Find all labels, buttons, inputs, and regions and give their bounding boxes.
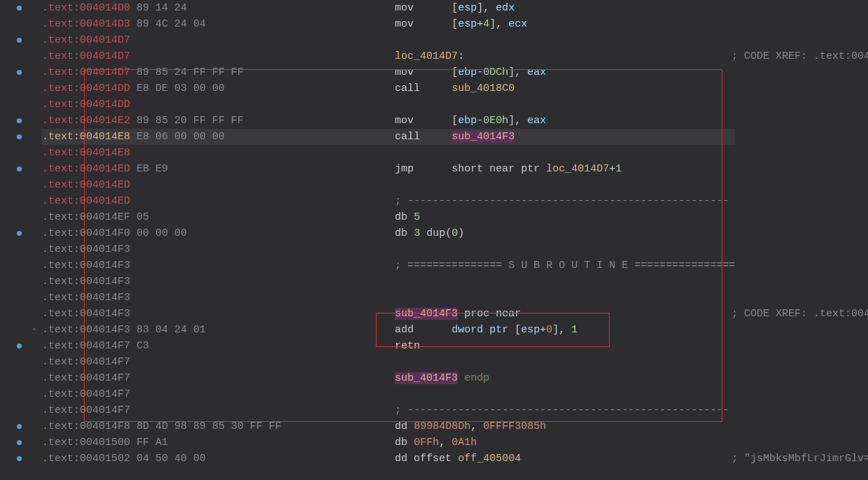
address: .text:00401502 xyxy=(42,453,130,465)
asm-line[interactable]: .text:004014F7 xyxy=(42,386,735,402)
hex-bytes: 89 85 20 FF FF FF xyxy=(130,115,307,127)
gutter: ˅ xyxy=(0,0,38,480)
asm-line[interactable]: .text:004014F3 83 04 24 01 add dword ptr… xyxy=(42,322,735,338)
address: .text:004014D7 xyxy=(42,50,130,62)
address: .text:004014DD xyxy=(42,99,130,111)
breakpoint-dot[interactable] xyxy=(17,424,22,429)
address: .text:004014F3 xyxy=(42,243,130,255)
hex-bytes xyxy=(130,99,307,111)
asm-line[interactable]: .text:004014F3 xyxy=(42,274,735,290)
breakpoint-dot[interactable] xyxy=(17,38,22,43)
asm-line[interactable]: .text:004014F3 sub_4014F3 proc near xyxy=(42,306,735,322)
asm-line[interactable]: .text:00401500 FF A1 db 0FFh, 0A1h xyxy=(42,435,735,451)
asm-line[interactable]: .text:004014D7 89 85 24 FF FF FF mov [eb… xyxy=(42,64,735,80)
asm-line[interactable]: .text:004014F3 ; =============== S U B R… xyxy=(42,257,735,274)
asm-line[interactable]: .text:004014F3 xyxy=(42,290,735,306)
asm-line[interactable]: .text:004014F0 00 00 00 db 3 dup(0) xyxy=(42,225,735,241)
asm-line[interactable]: .text:004014F7 xyxy=(42,354,735,370)
address: .text:004014ED xyxy=(42,163,130,175)
hex-bytes xyxy=(130,372,307,384)
hex-bytes: C3 xyxy=(130,340,307,352)
address: .text:004014F8 xyxy=(42,421,130,432)
address: .text:004014F7 xyxy=(42,356,130,368)
address: .text:004014D7 xyxy=(42,66,130,78)
address: .text:004014F3 xyxy=(42,260,130,271)
hex-bytes: 8D 4D 98 89 85 30 FF FF xyxy=(130,421,307,432)
address: .text:004014F0 xyxy=(42,227,130,239)
hex-bytes xyxy=(130,50,307,62)
address: .text:004014E2 xyxy=(42,115,130,127)
address: .text:004014F7 xyxy=(42,372,130,384)
hex-bytes xyxy=(130,260,307,271)
asm-line[interactable]: .text:004014D7 xyxy=(42,32,735,48)
hex-bytes: 83 04 24 01 xyxy=(130,324,307,336)
breakpoint-dot[interactable] xyxy=(17,134,22,139)
hex-bytes: 04 50 40 00 xyxy=(130,453,307,465)
disassembly-listing: .text:004014D0 89 14 24 mov [esp], edx.t… xyxy=(42,0,735,467)
address: .text:004014F3 xyxy=(42,276,130,288)
address: .text:004014ED xyxy=(42,195,130,207)
asm-line[interactable]: .text:004014D0 89 14 24 mov [esp], edx xyxy=(42,0,735,16)
breakpoint-dot[interactable] xyxy=(17,167,22,171)
address: .text:004014F3 xyxy=(42,308,130,320)
chevron-down-icon: ˅ xyxy=(32,325,36,341)
hex-bytes: 89 85 24 FF FF FF xyxy=(130,66,307,78)
asm-line[interactable]: .text:004014ED EB E9 jmp short near ptr … xyxy=(42,161,735,177)
asm-line[interactable]: .text:004014F7 ; -----------------------… xyxy=(42,402,735,418)
xref-comment: ; CODE XREF: .text:0040 xyxy=(732,306,868,322)
asm-line[interactable]: .text:004014EF 05 db 5 xyxy=(42,209,735,225)
asm-line[interactable]: .text:004014ED xyxy=(42,177,735,193)
asm-line[interactable]: .text:004014E8 E8 06 00 00 00 call sub_4… xyxy=(42,129,735,145)
asm-line[interactable]: .text:00401502 04 50 40 00 dd offset off… xyxy=(42,451,735,467)
address: .text:004014ED xyxy=(42,179,130,191)
address: .text:004014F3 xyxy=(42,292,130,304)
address: .text:004014EF xyxy=(42,211,130,223)
hex-bytes xyxy=(130,276,307,288)
asm-line[interactable]: .text:004014DD xyxy=(42,97,735,113)
asm-line[interactable]: .text:004014E8 xyxy=(42,145,735,161)
breakpoint-dot[interactable] xyxy=(17,6,22,10)
hex-bytes xyxy=(130,388,307,400)
breakpoint-dot[interactable] xyxy=(17,344,22,348)
hex-bytes xyxy=(130,292,307,304)
hex-bytes xyxy=(130,179,307,191)
asm-line[interactable]: .text:004014F3 xyxy=(42,241,735,257)
breakpoint-dot[interactable] xyxy=(17,231,22,236)
asm-line[interactable]: .text:004014F7 sub_4014F3 endp xyxy=(42,370,735,386)
hex-bytes xyxy=(130,195,307,207)
asm-line[interactable]: .text:004014ED ; -----------------------… xyxy=(42,193,735,209)
hex-bytes: E8 DE 03 00 00 xyxy=(130,83,307,94)
hex-bytes xyxy=(130,147,307,159)
address: .text:004014F3 xyxy=(42,324,130,336)
hex-bytes: E8 06 00 00 00 xyxy=(130,131,307,143)
xref-comment: ; CODE XREF: .text:0040 xyxy=(732,48,868,64)
breakpoint-dot[interactable] xyxy=(17,456,22,461)
address: .text:004014F7 xyxy=(42,340,130,352)
hex-bytes: 00 00 00 xyxy=(130,227,307,239)
address: .text:00401500 xyxy=(42,437,130,449)
hex-bytes xyxy=(130,404,307,416)
hex-bytes: FF A1 xyxy=(130,437,307,449)
asm-line[interactable]: .text:004014F8 8D 4D 98 89 85 30 FF FF d… xyxy=(42,418,735,435)
asm-line[interactable]: .text:004014E2 89 85 20 FF FF FF mov [eb… xyxy=(42,113,735,129)
hex-bytes xyxy=(130,34,307,46)
asm-line[interactable]: .text:004014F7 C3 retn xyxy=(42,338,735,354)
hex-bytes: 05 xyxy=(130,211,307,223)
breakpoint-dot[interactable] xyxy=(17,440,22,445)
address: .text:004014D3 xyxy=(42,18,130,30)
breakpoint-dot[interactable] xyxy=(17,118,22,123)
address: .text:004014D0 xyxy=(42,2,130,14)
asm-line[interactable]: .text:004014D7 loc_4014D7: xyxy=(42,48,735,64)
xref-comment: ; "jsMbksMbfLrJimrGlv== xyxy=(732,451,868,467)
hex-bytes xyxy=(130,356,307,368)
asm-line[interactable]: .text:004014DD E8 DE 03 00 00 call sub_4… xyxy=(42,80,735,97)
address: .text:004014D7 xyxy=(42,34,130,46)
hex-bytes: EB E9 xyxy=(130,163,307,175)
address: .text:004014F7 xyxy=(42,404,130,416)
hex-bytes xyxy=(130,243,307,255)
address: .text:004014E8 xyxy=(42,131,130,143)
asm-line[interactable]: .text:004014D3 89 4C 24 04 mov [esp+4], … xyxy=(42,16,735,32)
address: .text:004014DD xyxy=(42,83,130,94)
address: .text:004014E8 xyxy=(42,147,130,159)
breakpoint-dot[interactable] xyxy=(17,70,22,75)
